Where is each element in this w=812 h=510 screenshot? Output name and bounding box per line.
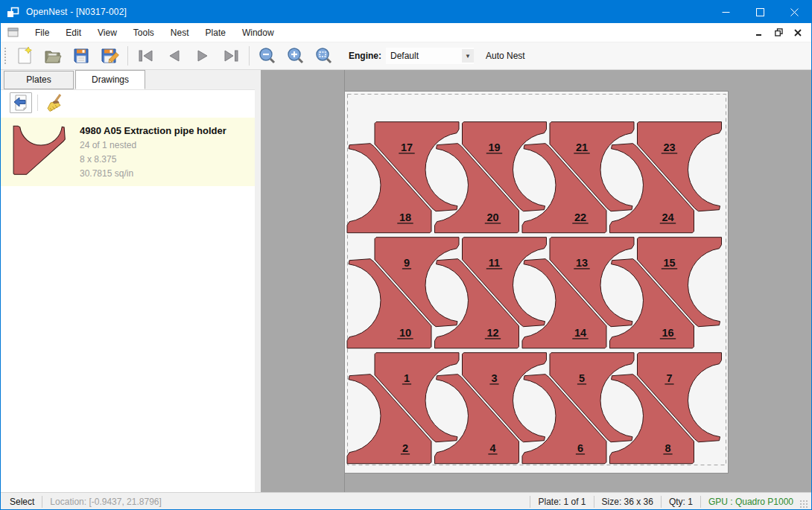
mdi-window-controls <box>753 27 811 39</box>
part-number-label: 6 <box>577 442 583 454</box>
drawings-panel: 4980 A05 Extraction pipe holder 24 of 1 … <box>1 89 255 492</box>
mdi-child-system-icon[interactable] <box>7 28 19 38</box>
engine-label: Engine: <box>349 51 381 61</box>
previous-plate-button[interactable] <box>160 44 188 68</box>
maximize-button[interactable] <box>743 1 777 23</box>
part-number-label: 3 <box>491 372 497 384</box>
mdi-close-button[interactable] <box>792 27 804 39</box>
broom-icon <box>45 93 63 112</box>
open-folder-icon <box>43 46 63 66</box>
drawing-item-info: 4980 A05 Extraction pipe holder 24 of 1 … <box>80 124 226 179</box>
menu-item-plate[interactable]: Plate <box>197 25 234 41</box>
menu-bar: FileEditViewToolsNestPlateWindow <box>1 23 811 42</box>
new-file-icon <box>15 46 34 66</box>
status-mode: Select <box>10 497 34 507</box>
part-number-label: 4 <box>489 442 495 454</box>
zoom-out-icon <box>258 46 277 66</box>
drawing-item-area: 30.7815 sq/in <box>80 168 226 179</box>
part-number-label: 5 <box>579 372 585 384</box>
title-bar: OpenNest - [N0317-002] <box>1 1 811 23</box>
part-number-label: 8 <box>664 442 670 454</box>
mdi-minimize-button[interactable] <box>753 27 765 39</box>
drawing-item-size: 8 x 8.375 <box>80 154 226 165</box>
resize-grip[interactable] <box>799 500 808 509</box>
menu-item-edit[interactable]: Edit <box>57 25 89 41</box>
new-button[interactable] <box>10 44 39 68</box>
close-button[interactable] <box>777 1 811 23</box>
part-number-label: 7 <box>666 372 672 384</box>
part-number-label: 15 <box>663 257 675 269</box>
zoom-fit-button[interactable] <box>310 44 338 68</box>
part-number-label: 1 <box>404 372 410 384</box>
panel-toolbar-separator <box>37 95 38 111</box>
statusbar-right: Plate: 1 of 1 Size: 36 x 36 Qty: 1 GPU :… <box>522 495 811 509</box>
zoom-in-icon <box>286 46 305 66</box>
main-toolbar: Engine: Default ▼ Auto Nest <box>1 42 811 70</box>
nav-last-icon <box>221 46 241 66</box>
status-gpu: GPU : Quadro P1000 <box>708 497 793 507</box>
close-icon <box>790 8 799 16</box>
statusbar-separator <box>661 496 662 508</box>
part-number-label: 12 <box>486 327 498 339</box>
save-as-button[interactable] <box>95 44 124 68</box>
statusbar-separator <box>530 496 530 508</box>
clean-button[interactable] <box>43 92 66 113</box>
drawing-item-title: 4980 A05 Extraction pipe holder <box>80 124 226 136</box>
toolbar-separator <box>249 46 250 66</box>
zoom-out-button[interactable] <box>253 44 282 68</box>
part-number-label: 9 <box>404 257 410 269</box>
mdi-close-icon <box>794 29 802 36</box>
nest-canvas[interactable]: 171819202122232491011121314151612345678 <box>261 70 811 492</box>
maximize-icon <box>756 8 764 16</box>
drawing-list-item[interactable]: 4980 A05 Extraction pipe holder 24 of 1 … <box>1 118 255 186</box>
menu-item-window[interactable]: Window <box>234 25 282 41</box>
menu-item-nest[interactable]: Nest <box>162 25 197 41</box>
opennest-window: OpenNest - [N0317-002] FileEditViewTools… <box>0 0 812 510</box>
nav-first-icon <box>136 46 156 66</box>
statusbar-separator <box>42 496 42 508</box>
part-number-label: 2 <box>402 442 408 454</box>
open-button[interactable] <box>39 44 67 68</box>
part-number-label: 14 <box>574 327 586 339</box>
tab-plates[interactable]: Plates <box>4 71 74 89</box>
engine-value: Default <box>390 51 462 61</box>
zoom-in-button[interactable] <box>282 44 310 68</box>
auto-nest-button[interactable]: Auto Nest <box>486 51 525 61</box>
toolbar-grip[interactable] <box>4 47 7 65</box>
part-number-label: 19 <box>488 141 500 153</box>
status-location: Location: [-0.9437, 21.8796] <box>50 497 161 507</box>
nav-next-icon <box>193 46 212 66</box>
last-plate-button[interactable] <box>217 44 245 68</box>
drawings-toolbar <box>1 90 255 115</box>
content-area: Plates Drawings <box>1 70 811 492</box>
nav-previous-icon <box>165 46 184 66</box>
mdi-minimize-icon <box>755 29 763 36</box>
next-plate-button[interactable] <box>188 44 217 68</box>
status-qty: Qty: 1 <box>669 497 693 507</box>
import-drawing-icon <box>12 94 30 112</box>
plate-edge-line <box>344 70 345 91</box>
menu-item-file[interactable]: File <box>27 25 57 41</box>
statusbar-separator <box>700 496 701 508</box>
plate[interactable]: 171819202122232491011121314151612345678 <box>344 91 729 476</box>
part-number-label: 23 <box>663 141 675 153</box>
left-panel: Plates Drawings <box>1 70 261 492</box>
status-size: Size: 36 x 36 <box>602 497 653 507</box>
toolbar-separator <box>127 46 128 66</box>
engine-select[interactable]: Default ▼ <box>386 48 474 64</box>
app-icon <box>7 7 19 18</box>
mdi-restore-icon <box>775 28 783 36</box>
window-title: OpenNest - [N0317-002] <box>26 7 127 17</box>
import-drawings-button[interactable] <box>10 92 32 113</box>
status-plate: Plate: 1 of 1 <box>538 497 586 507</box>
first-plate-button[interactable] <box>132 44 160 68</box>
save-icon <box>72 46 91 66</box>
menu-item-view[interactable]: View <box>89 25 125 41</box>
menu-item-tools[interactable]: Tools <box>125 25 162 41</box>
save-button[interactable] <box>67 44 95 68</box>
minimize-button[interactable] <box>708 1 743 23</box>
part-number-label: 24 <box>662 211 673 223</box>
part-number-label: 13 <box>576 257 588 269</box>
mdi-restore-button[interactable] <box>773 27 784 39</box>
tab-drawings[interactable]: Drawings <box>75 70 145 89</box>
